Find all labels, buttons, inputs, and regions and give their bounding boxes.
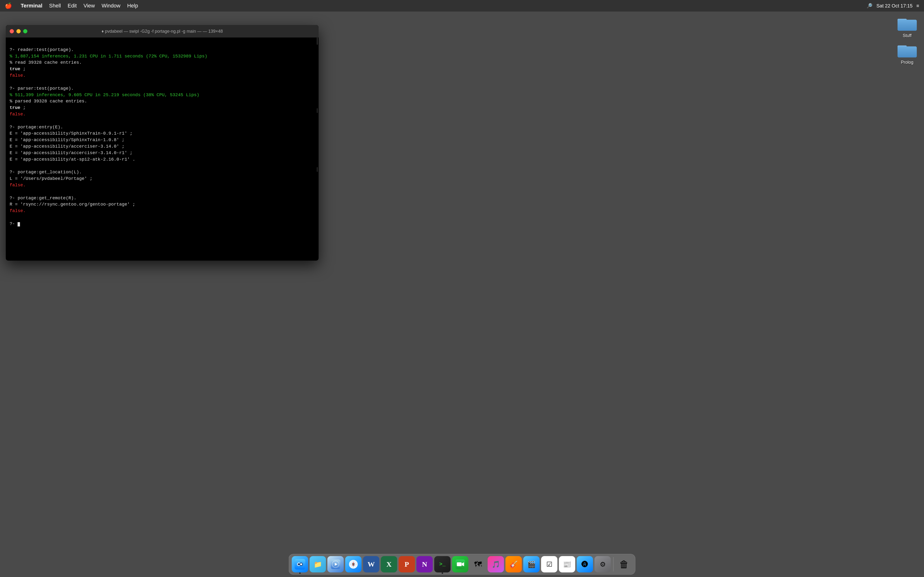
apple-menu[interactable]: 🍎 xyxy=(5,2,12,9)
line-10: true ; xyxy=(10,105,26,110)
dock-systemprefs[interactable]: ⚙ xyxy=(594,556,611,572)
dock-launchpad[interactable] xyxy=(328,556,344,572)
dock-word[interactable]: W xyxy=(363,556,380,572)
line-2: % 1,887,154 inferences, 1.231 CPU in 1.7… xyxy=(10,54,207,59)
line-21: L = '/Users/pvdabeel/Portage' ; xyxy=(10,176,92,181)
menu-view[interactable]: View xyxy=(84,3,95,9)
line-9: % parsed 39328 cache entries. xyxy=(10,99,87,104)
desktop-icon-prolog-label: Prolog xyxy=(901,60,913,65)
line-24: ?- portage:get_remote(R). xyxy=(10,196,76,201)
menu-control-center[interactable]: ≡ xyxy=(916,3,919,9)
dock-finder2[interactable]: 📁 xyxy=(310,556,326,572)
svg-point-10 xyxy=(300,563,302,565)
menu-terminal[interactable]: Terminal xyxy=(21,3,42,9)
desktop: Stuff Prolog xyxy=(0,11,924,577)
maximize-button[interactable] xyxy=(23,29,27,34)
folder-icon-stuff xyxy=(898,16,917,32)
menu-datetime: Sat 22 Oct 17:15 xyxy=(876,3,913,9)
line-25: R = 'rsync://rsync.gentoo.org/gentoo-por… xyxy=(10,202,135,207)
line-5: false. xyxy=(10,73,26,78)
desktop-icon-stuff-label: Stuff xyxy=(903,33,912,38)
menu-edit[interactable]: Edit xyxy=(68,3,77,9)
scrollbar-thumb3 xyxy=(317,167,318,172)
line-15: E = 'app-accessibility/SphinxTrain-1.0.8… xyxy=(10,137,124,143)
line-8: % 511,399 inferences, 9.605 CPU in 25.21… xyxy=(10,93,199,98)
line-22: false. xyxy=(10,183,26,188)
dock-reminders[interactable]: ☑ xyxy=(541,556,557,572)
terminal-title: ♦ pvdabeel — swipl -G2g -f portage-ng.pl… xyxy=(102,29,223,34)
terminal-icon-text: >_ xyxy=(439,561,446,567)
line-3: % read 39328 cache entries. xyxy=(10,60,82,65)
svg-point-9 xyxy=(298,563,300,565)
terminal-titlebar: ♦ pvdabeel — swipl -G2g -f portage-ng.pl… xyxy=(6,25,318,37)
dock-facetime[interactable] xyxy=(452,556,468,572)
line-28: ?- xyxy=(10,221,20,226)
line-14: E = 'app-accessibility/SphinxTrain-0.9.1… xyxy=(10,131,132,136)
minimize-button[interactable] xyxy=(16,29,21,34)
dock-excel[interactable]: X xyxy=(381,556,397,572)
menu-window[interactable]: Window xyxy=(102,3,120,9)
dock-powerpoint[interactable]: P xyxy=(399,556,415,572)
line-26: false. xyxy=(10,208,26,213)
line-1: ?- reader:test(portage). xyxy=(10,47,74,52)
dock-separator xyxy=(613,557,614,572)
line-4: true ; xyxy=(10,67,26,72)
menubar-right: 🔎 Sat 22 Oct 17:15 ≡ xyxy=(866,3,919,9)
dock-maps[interactable]: 🗺 xyxy=(470,556,486,572)
menubar: 🍎 Terminal Shell Edit View Window Help 🔎… xyxy=(0,0,924,11)
cursor xyxy=(18,222,20,226)
desktop-icon-stuff[interactable]: Stuff xyxy=(898,16,917,38)
menubar-left: 🍎 Terminal Shell Edit View Window Help xyxy=(5,2,138,9)
terminal-window: ♦ pvdabeel — swipl -G2g -f portage-ng.pl… xyxy=(6,25,318,261)
dock-safari[interactable] xyxy=(345,556,362,572)
svg-rect-5 xyxy=(898,47,917,58)
dock-itunes[interactable]: 🎵 xyxy=(488,556,504,572)
svg-rect-21 xyxy=(457,562,462,566)
menu-help[interactable]: Help xyxy=(127,3,138,9)
desktop-icons: Stuff Prolog xyxy=(898,16,917,65)
dock-finder[interactable] xyxy=(292,556,308,572)
desktop-icon-prolog[interactable]: Prolog xyxy=(898,43,917,65)
line-17: E = 'app-accessibility/accerciser-3.14.0… xyxy=(10,150,132,156)
scrollbar-track[interactable] xyxy=(316,37,318,261)
svg-rect-2 xyxy=(898,20,917,31)
line-16: E = 'app-accessibility/accerciser-3.14.0… xyxy=(10,144,124,149)
terminal-content[interactable]: ?- reader:test(portage). % 1,887,154 inf… xyxy=(6,37,318,261)
dock-news[interactable]: 📰 xyxy=(559,556,575,572)
menu-shell[interactable]: Shell xyxy=(49,3,61,9)
folder-icon-prolog xyxy=(898,43,917,58)
line-11: false. xyxy=(10,112,26,117)
line-13: ?- portage:entry(E). xyxy=(10,125,63,130)
scrollbar-thumb2 xyxy=(317,108,318,113)
scrollbar-thumb[interactable] xyxy=(317,37,318,45)
menu-search-icon[interactable]: 🔎 xyxy=(866,3,872,9)
dock-terminal[interactable]: >_ xyxy=(435,556,451,572)
close-button[interactable] xyxy=(10,29,14,34)
dock: 📁 xyxy=(289,554,635,575)
line-18: E = 'app-accessibility/at-spi2-atk-2.16.… xyxy=(10,157,135,162)
line-20: ?- portage:get_location(L). xyxy=(10,170,82,175)
dock-garageband[interactable]: 🎸 xyxy=(506,556,522,572)
traffic-lights xyxy=(10,29,27,34)
line-7: ?- parser:test(portage). xyxy=(10,86,74,91)
dock-imovie[interactable]: 🎬 xyxy=(523,556,540,572)
dock-onenote[interactable]: N xyxy=(417,556,433,572)
dock-appstore[interactable]: 🅐 xyxy=(577,556,593,572)
dock-trash[interactable]: 🗑 xyxy=(616,556,632,572)
